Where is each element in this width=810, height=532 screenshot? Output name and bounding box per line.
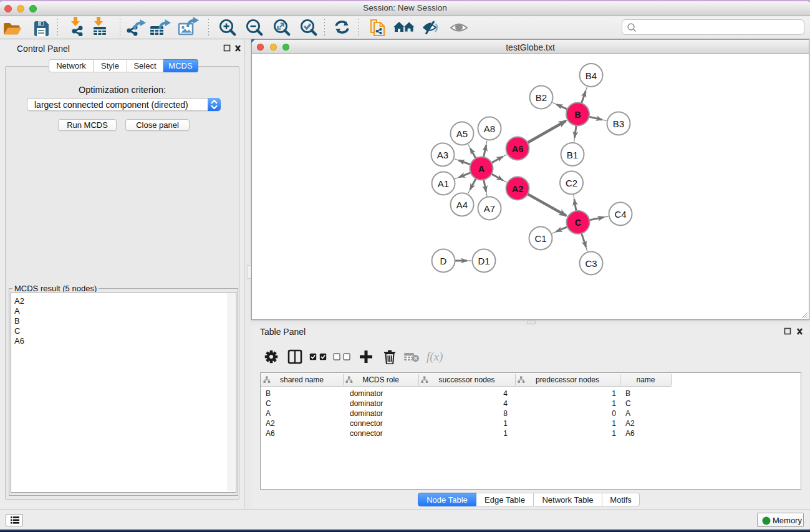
svg-text:B1: B1: [567, 150, 578, 160]
svg-text:A8: A8: [484, 123, 495, 134]
svg-text:C1: C1: [534, 233, 546, 244]
svg-text:A1: A1: [438, 178, 449, 189]
svg-text:A: A: [478, 164, 485, 174]
svg-text:B2: B2: [536, 92, 547, 103]
svg-text:A5: A5: [456, 128, 468, 139]
svg-text:f(x): f(x): [427, 350, 443, 364]
svg-text:B4: B4: [586, 70, 597, 81]
svg-text:C3: C3: [585, 258, 597, 269]
svg-text:A2: A2: [512, 184, 524, 194]
svg-text:A3: A3: [437, 150, 448, 160]
svg-text:B: B: [574, 110, 581, 120]
svg-text:B3: B3: [613, 118, 624, 129]
svg-text:C: C: [575, 218, 582, 228]
svg-text:D: D: [440, 256, 447, 266]
svg-text:A7: A7: [484, 203, 495, 214]
svg-text:D1: D1: [478, 256, 489, 266]
svg-text:C2: C2: [566, 178, 577, 188]
svg-text:A6: A6: [512, 144, 524, 154]
svg-text:C4: C4: [614, 209, 626, 220]
svg-text:A4: A4: [456, 200, 468, 210]
